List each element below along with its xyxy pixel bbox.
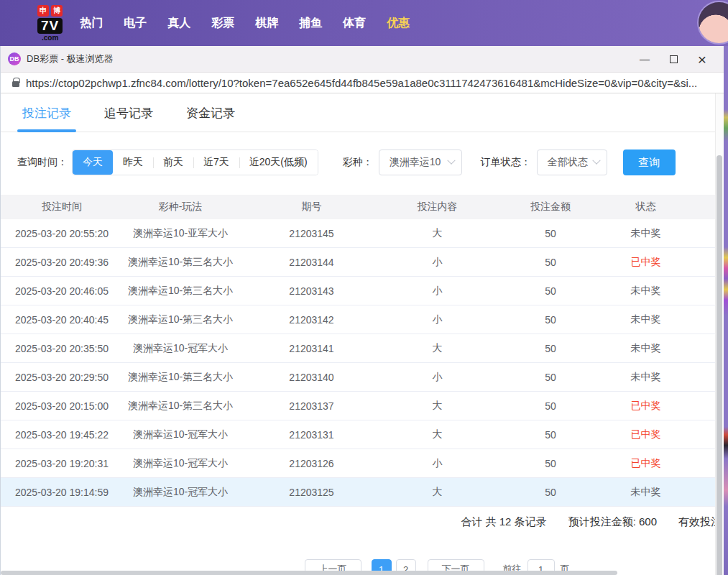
page-content: 投注记录追号记录资金记录 查询时间： 今天昨天前天近7天近20天(低频) 彩种：…	[1, 93, 724, 575]
bet-content-cell: 大	[385, 428, 489, 441]
summary-row: 合计 共 12 条记录 预计投注金额: 600 有效投注金	[1, 507, 724, 538]
logo-main-text: 7V	[37, 18, 63, 34]
site-logo[interactable]: 申 博 7V .com	[37, 5, 63, 42]
table-row[interactable]: 2025-03-20 20:15:00澳洲幸运10-第三名大小21203137大…	[1, 392, 724, 420]
time-option[interactable]: 今天	[73, 150, 113, 175]
status-cell: 已中奖	[612, 457, 680, 470]
table-row[interactable]: 2025-03-20 20:35:50澳洲幸运10-冠军大小21203141大5…	[1, 334, 724, 363]
table-header: 投注时间 彩种-玩法 期号 投注内容 投注金额 状态	[1, 195, 724, 219]
tab-投注记录[interactable]: 投注记录	[22, 105, 71, 132]
issue-cell: 21203144	[238, 257, 385, 268]
table-row[interactable]: 2025-03-20 20:46:05澳洲幸运10-第三名大小21203143小…	[1, 277, 724, 305]
minimize-icon: —	[640, 53, 650, 65]
bet-amount-cell: 50	[489, 257, 612, 268]
logo-badges: 申 博	[37, 5, 63, 17]
status-cell: 未中奖	[612, 486, 680, 499]
url-text[interactable]: https://ctop02pchwp1.zfnc84.com/lottery/…	[26, 77, 697, 89]
bet-amount-cell: 50	[489, 372, 612, 383]
bet-amount-cell: 50	[489, 458, 612, 469]
issue-cell: 21203131	[238, 429, 385, 441]
issue-cell: 21203143	[238, 285, 385, 297]
status-cell: 已中奖	[612, 428, 680, 441]
nav-item[interactable]: 捕鱼	[299, 16, 322, 31]
bet-time-cell: 2025-03-20 20:46:05	[1, 285, 123, 297]
nav-item[interactable]: 优惠	[387, 16, 410, 31]
status-cell: 未中奖	[612, 227, 680, 240]
address-bar[interactable]: https://ctop02pchwp1.zfnc84.com/lottery/…	[1, 73, 724, 93]
col-status: 状态	[612, 201, 680, 213]
game-play-cell: 澳洲幸运10-冠军大小	[123, 428, 238, 441]
status-cell: 未中奖	[612, 285, 680, 298]
status-cell: 未中奖	[612, 313, 680, 326]
bet-amount-cell: 50	[489, 487, 612, 498]
bet-time-cell: 2025-03-20 20:35:50	[1, 343, 123, 354]
tab-资金记录[interactable]: 资金记录	[186, 105, 235, 132]
nav-item[interactable]: 棋牌	[255, 16, 278, 31]
col-game-play: 彩种-玩法	[123, 201, 238, 213]
vertical-scrollbar[interactable]	[715, 93, 724, 575]
maximize-button[interactable]	[659, 48, 688, 70]
nav-item[interactable]: 热门	[80, 16, 103, 31]
game-play-cell: 澳洲幸运10-亚军大小	[123, 227, 238, 240]
status-cell: 已中奖	[612, 256, 680, 269]
expected-amount: 预计投注金额: 600	[568, 515, 657, 529]
time-option[interactable]: 前天	[153, 150, 193, 175]
nav-items: 热门电子真人彩票棋牌捕鱼体育优惠	[80, 16, 410, 31]
search-button[interactable]: 查询	[623, 150, 676, 175]
table-row[interactable]: 2025-03-20 20:55:20澳洲幸运10-亚军大小21203145大5…	[1, 219, 724, 248]
time-option[interactable]: 近20天(低频)	[239, 150, 318, 175]
logo-badge-right: 博	[51, 5, 63, 17]
table-row[interactable]: 2025-03-20 19:45:22澳洲幸运10-冠军大小21203131大5…	[1, 420, 724, 449]
user-avatar[interactable]	[699, 2, 728, 43]
nav-item[interactable]: 真人	[167, 16, 190, 31]
table-row[interactable]: 2025-03-20 20:29:50澳洲幸运10-第三名大小21203140小…	[1, 363, 724, 392]
game-play-cell: 澳洲幸运10-第三名大小	[123, 285, 238, 298]
issue-cell: 21203125	[238, 487, 385, 498]
chevron-down-icon	[592, 157, 600, 165]
status-cell: 未中奖	[612, 342, 680, 355]
col-bet-amount: 投注金额	[489, 201, 612, 213]
table-row[interactable]: 2025-03-20 20:40:45澳洲幸运10-第三名大小21203142小…	[1, 305, 724, 334]
col-issue: 期号	[238, 201, 385, 213]
game-play-cell: 澳洲幸运10-冠军大小	[123, 342, 238, 355]
table-row[interactable]: 2025-03-20 20:49:36澳洲幸运10-第三名大小21203144小…	[1, 248, 724, 277]
table-row[interactable]: 2025-03-20 19:20:31澳洲幸运10-冠军大小21203126小5…	[1, 449, 724, 478]
time-filter-label: 查询时间：	[17, 156, 68, 169]
table-body: 2025-03-20 20:55:20澳洲幸运10-亚军大小21203145大5…	[1, 219, 724, 507]
horizontal-scrollbar-thumb[interactable]	[1, 571, 617, 575]
time-filter-group: 今天昨天前天近7天近20天(低频)	[72, 150, 318, 175]
issue-cell: 21203126	[238, 458, 385, 469]
nav-item[interactable]: 体育	[343, 16, 366, 31]
nav-item[interactable]: 电子	[124, 16, 147, 31]
time-option[interactable]: 昨天	[113, 150, 153, 175]
logo-badge-left: 申	[37, 5, 49, 17]
order-status-select[interactable]: 全部状态	[537, 150, 607, 175]
bet-content-cell: 大	[385, 400, 489, 413]
issue-cell: 21203141	[238, 343, 385, 354]
table-row[interactable]: 2025-03-20 19:14:59澳洲幸运10-冠军大小21203125大5…	[1, 478, 724, 507]
minimize-button[interactable]: —	[630, 48, 659, 70]
issue-cell: 21203140	[238, 372, 385, 383]
nav-item[interactable]: 彩票	[211, 16, 234, 31]
bet-amount-cell: 50	[489, 429, 612, 441]
tab-追号记录[interactable]: 追号记录	[104, 105, 153, 132]
record-count: 合计 共 12 条记录	[461, 515, 546, 529]
bet-content-cell: 大	[385, 227, 489, 240]
vertical-scrollbar-thumb[interactable]	[717, 155, 722, 575]
bet-amount-cell: 50	[489, 228, 612, 239]
bet-amount-cell: 50	[489, 314, 612, 326]
close-icon: ×	[698, 52, 706, 67]
bet-time-cell: 2025-03-20 19:45:22	[1, 429, 123, 441]
window-controls: — ×	[630, 48, 717, 70]
lottery-select[interactable]: 澳洲幸运10	[379, 150, 462, 175]
bet-records-table: 投注时间 彩种-玩法 期号 投注内容 投注金额 状态 2025-03-20 20…	[1, 195, 724, 507]
issue-cell: 21203137	[238, 400, 385, 412]
browser-favicon-icon: DB	[8, 52, 21, 65]
status-cell: 已中奖	[612, 400, 680, 413]
site-navbar: 申 博 7V .com 热门电子真人彩票棋牌捕鱼体育优惠	[0, 0, 728, 46]
col-bet-content: 投注内容	[385, 201, 489, 213]
bet-time-cell: 2025-03-20 20:55:20	[1, 228, 123, 239]
close-button[interactable]: ×	[688, 48, 717, 70]
time-option[interactable]: 近7天	[193, 150, 239, 175]
horizontal-scrollbar[interactable]	[1, 571, 724, 575]
